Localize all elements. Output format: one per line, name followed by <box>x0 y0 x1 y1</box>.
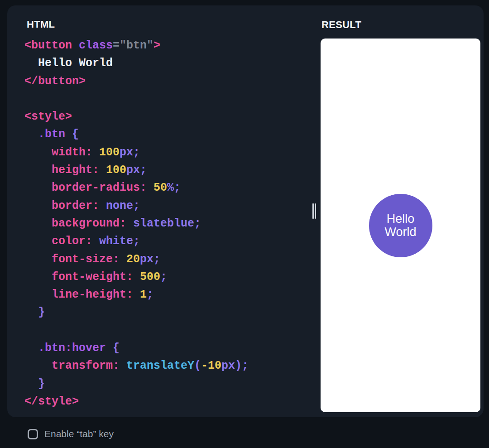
code-token: height: <box>24 164 106 177</box>
code-token: px; <box>126 164 147 177</box>
code-token: <style> <box>24 110 72 123</box>
code-token: px; <box>140 253 160 266</box>
code-line: border: none; <box>24 197 296 215</box>
code-token: font-weight: <box>24 270 140 284</box>
code-line: line-height: 1; <box>24 286 296 303</box>
code-token: -10 <box>201 359 221 372</box>
code-line: Hello World <box>24 54 296 72</box>
code-token: class <box>79 39 113 52</box>
code-token: background: <box>24 217 133 230</box>
code-token: transform: <box>24 359 126 372</box>
code-token: px); <box>221 359 249 372</box>
code-token: > <box>153 39 160 52</box>
resize-grip-bar-icon <box>315 203 316 219</box>
result-pane-title: RESULT <box>321 19 361 31</box>
code-line: width: 100px; <box>24 144 296 161</box>
hello-world-button[interactable]: Hello World <box>369 194 432 257</box>
code-line: font-size: 20px; <box>24 250 296 268</box>
code-token: .btn <box>24 128 72 141</box>
code-token: border: <box>24 199 106 212</box>
code-token: { <box>72 128 79 141</box>
code-token: slateblue; <box>133 217 201 230</box>
hello-world-button-line2: World <box>384 226 416 238</box>
code-line <box>24 90 296 108</box>
code-line <box>24 322 296 339</box>
code-editor[interactable]: <button class="btn"> Hello World</button… <box>24 37 296 410</box>
code-token: 100 <box>99 146 120 159</box>
code-token: </style> <box>24 395 79 408</box>
code-token: line-height: <box>24 288 140 301</box>
code-token: width: <box>24 146 99 159</box>
code-line: font-weight: 500; <box>24 268 296 286</box>
code-line: .btn { <box>24 125 296 143</box>
code-token: white; <box>99 235 140 248</box>
code-line: } <box>24 375 296 393</box>
code-token: 1 <box>140 288 147 301</box>
code-line: <style> <box>24 108 296 125</box>
code-token: color: <box>24 235 99 248</box>
code-line: </button> <box>24 72 296 90</box>
code-token: border-radius: <box>24 181 153 194</box>
code-token: translateY <box>126 359 194 372</box>
code-token: .btn:hover <box>24 342 113 355</box>
code-token: ; <box>160 270 167 284</box>
code-token: { <box>113 342 120 355</box>
code-token: ; <box>147 288 153 301</box>
footer-options-row: Enable “tab” key <box>28 429 114 439</box>
code-token: none; <box>106 199 140 212</box>
code-token: font-size: <box>24 253 126 266</box>
pane-resize-handle[interactable] <box>312 203 317 219</box>
playground-panel: HTML <button class="btn"> Hello World</b… <box>7 5 484 417</box>
code-token: 100 <box>106 164 126 177</box>
code-line: </style> <box>24 393 296 410</box>
enable-tab-key-checkbox[interactable] <box>28 429 38 439</box>
code-line: color: white; <box>24 232 296 250</box>
code-line: transform: translateY(-10px); <box>24 357 296 375</box>
editor-pane-title: HTML <box>27 19 55 30</box>
code-line: } <box>24 303 296 321</box>
hello-world-button-line1: Hello <box>387 212 415 225</box>
code-line: background: slateblue; <box>24 215 296 232</box>
code-line: border-radius: 50%; <box>24 179 296 197</box>
code-token: %; <box>167 181 181 194</box>
code-token: px; <box>120 146 140 159</box>
code-token: </button> <box>24 75 86 88</box>
code-line: height: 100px; <box>24 161 296 179</box>
enable-tab-key-label[interactable]: Enable “tab” key <box>44 429 114 439</box>
code-line: <button class="btn"> <box>24 37 296 54</box>
code-token: ="btn" <box>113 39 153 52</box>
code-token: 50 <box>153 181 167 194</box>
code-token: 500 <box>140 270 160 284</box>
code-token: } <box>24 377 45 390</box>
result-preview: Hello World <box>321 39 480 412</box>
code-token: <button <box>24 39 79 52</box>
code-token: ( <box>194 359 201 372</box>
code-line: .btn:hover { <box>24 339 296 357</box>
code-token: } <box>24 306 45 319</box>
code-token: 20 <box>126 253 140 266</box>
code-token: Hello World <box>24 57 113 70</box>
resize-grip-bar-icon <box>312 203 314 219</box>
